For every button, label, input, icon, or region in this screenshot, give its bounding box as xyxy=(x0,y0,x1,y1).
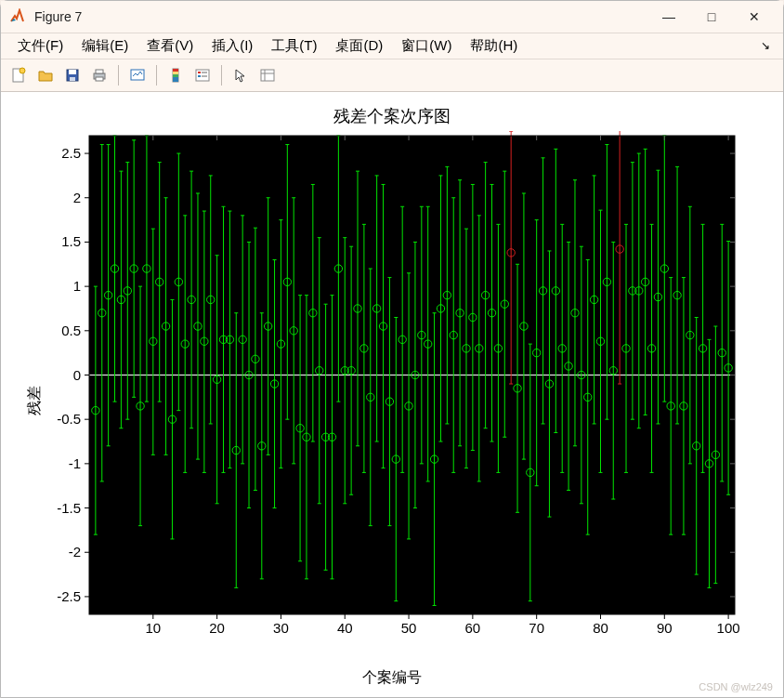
svg-text:1: 1 xyxy=(73,278,81,294)
print-button[interactable] xyxy=(87,63,111,87)
menu-view[interactable]: 查看(V) xyxy=(137,34,203,58)
svg-text:-1: -1 xyxy=(69,455,81,471)
window-title: Figure 7 xyxy=(34,9,82,24)
svg-text:-2: -2 xyxy=(69,544,81,560)
figure-area: 残差个案次序图 残差 -2.5-2-1.5-1-0.500.511.522.51… xyxy=(1,92,783,697)
chart-title: 残差个案次序图 xyxy=(20,105,764,127)
svg-rect-12 xyxy=(173,74,178,77)
toolbar xyxy=(1,59,783,92)
matlab-icon xyxy=(8,7,27,26)
svg-text:100: 100 xyxy=(717,620,740,636)
svg-rect-13 xyxy=(173,77,178,82)
save-button[interactable] xyxy=(60,63,85,87)
svg-text:0.5: 0.5 xyxy=(61,323,81,338)
plot-props-button[interactable] xyxy=(255,63,280,87)
maximize-button[interactable]: □ xyxy=(690,3,733,31)
svg-text:60: 60 xyxy=(465,620,481,636)
svg-point-1 xyxy=(20,68,25,73)
svg-text:-0.5: -0.5 xyxy=(57,411,81,427)
svg-text:1.5: 1.5 xyxy=(61,233,81,249)
toolbar-separator xyxy=(221,65,222,86)
svg-text:10: 10 xyxy=(145,620,161,636)
pointer-button[interactable] xyxy=(229,63,253,87)
chart-svg: -2.5-2-1.5-1-0.500.511.522.5102030405060… xyxy=(20,131,753,647)
svg-text:70: 70 xyxy=(529,620,544,636)
menu-file[interactable]: 文件(F) xyxy=(8,34,72,58)
svg-text:40: 40 xyxy=(337,620,353,636)
svg-text:20: 20 xyxy=(209,620,225,636)
menu-window[interactable]: 窗口(W) xyxy=(392,34,461,58)
legend-button[interactable] xyxy=(190,63,215,87)
menubar: 文件(F) 编辑(E) 查看(V) 插入(I) 工具(T) 桌面(D) 窗口(W… xyxy=(1,33,783,60)
open-button[interactable] xyxy=(33,63,58,87)
x-axis-label: 个案编号 xyxy=(20,668,764,688)
menu-help[interactable]: 帮助(H) xyxy=(461,34,527,58)
svg-rect-4 xyxy=(70,77,75,81)
titlebar: Figure 7 — □ ✕ xyxy=(1,1,783,33)
svg-text:2.5: 2.5 xyxy=(61,145,81,161)
close-button[interactable]: ✕ xyxy=(733,3,776,31)
svg-text:80: 80 xyxy=(593,620,608,636)
svg-text:30: 30 xyxy=(273,620,289,636)
svg-text:0: 0 xyxy=(73,366,81,382)
figure-window: Figure 7 — □ ✕ 文件(F) 编辑(E) 查看(V) 插入(I) 工… xyxy=(0,0,784,698)
y-axis-label: 残差 xyxy=(25,386,45,415)
toolbar-separator xyxy=(156,65,157,86)
minimize-button[interactable]: — xyxy=(647,3,690,31)
svg-text:2: 2 xyxy=(73,190,81,205)
watermark: CSDN @wlz249 xyxy=(699,681,773,692)
svg-rect-10 xyxy=(173,69,178,72)
menu-tools[interactable]: 工具(T) xyxy=(262,34,326,58)
menu-edit[interactable]: 编辑(E) xyxy=(72,34,137,58)
plot-wrap: 残差 -2.5-2-1.5-1-0.500.511.522.5102030405… xyxy=(20,131,753,670)
svg-rect-16 xyxy=(198,75,201,77)
new-figure-button[interactable] xyxy=(7,63,31,87)
menu-overflow-icon[interactable]: ↘ xyxy=(755,39,776,52)
menu-insert[interactable]: 插入(I) xyxy=(203,34,262,58)
svg-rect-15 xyxy=(198,72,201,73)
colorbar-button[interactable] xyxy=(163,63,188,87)
svg-rect-3 xyxy=(69,70,76,74)
menu-desktop[interactable]: 桌面(D) xyxy=(326,34,392,58)
svg-rect-19 xyxy=(261,70,274,81)
svg-text:-1.5: -1.5 xyxy=(57,500,81,516)
link-button[interactable] xyxy=(125,63,150,87)
svg-text:50: 50 xyxy=(401,620,417,636)
svg-rect-6 xyxy=(96,70,103,73)
svg-rect-7 xyxy=(96,77,103,81)
svg-rect-11 xyxy=(173,72,178,74)
toolbar-separator xyxy=(118,65,119,86)
svg-text:-2.5: -2.5 xyxy=(57,588,81,604)
svg-text:90: 90 xyxy=(657,620,673,636)
